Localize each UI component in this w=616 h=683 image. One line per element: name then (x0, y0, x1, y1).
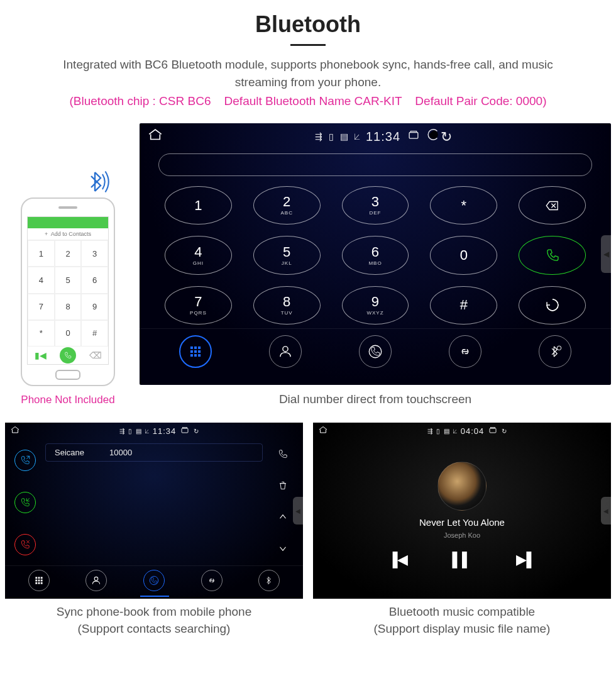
spec-line: (Bluetooth chip : CSR BC6 Default Blueto… (5, 94, 611, 108)
music-caption: Bluetooth music compatible(Support displ… (313, 604, 611, 637)
dial-key-4[interactable]: 4GHI (165, 236, 232, 274)
phone-mockup: + Add to Contacts 123 456 789 *0# ▮◀ ⌫ (21, 197, 115, 386)
phone-not-included-note: Phone Not Included (5, 394, 131, 406)
contact-name: Seicane (55, 448, 84, 457)
dial-key-9[interactable]: 9WXYZ (342, 286, 409, 325)
bt-status-icon: ⟀ (355, 131, 360, 142)
phone-keypad: 123 456 789 *0# (28, 240, 108, 347)
dial-contact-icon[interactable] (277, 448, 289, 462)
nav-keypad-icon[interactable] (28, 570, 50, 591)
page-title: Bluetooth (5, 11, 611, 38)
status-time: 11:34 (366, 130, 400, 144)
swap-key[interactable] (519, 286, 586, 325)
dialer-caption: Dial number direct from touchscreen (140, 392, 611, 406)
dial-icon (60, 347, 76, 364)
phone-statusbar (28, 217, 108, 228)
back-icon[interactable]: ↻ (502, 428, 507, 435)
nav-call-history-icon[interactable] (143, 570, 165, 591)
recent-apps-icon[interactable] (407, 129, 421, 145)
dialer-screenshot: ⇶ ▯ ▤ ⟀ 11:34 ↻ 12ABC3DEF*4GHI5JKL6MBO07… (140, 123, 611, 385)
dial-key-2[interactable]: 2ABC (253, 186, 321, 225)
sim-icon: ▯ (329, 131, 334, 142)
video-call-icon: ▮◀ (35, 350, 47, 360)
delete-contact-icon[interactable] (277, 480, 289, 494)
status-icons: ⇶▯▤⟀ 04:04 ↻ (427, 426, 507, 437)
side-drawer-handle[interactable]: ◀ (601, 235, 611, 273)
contacts-screenshot: ⇶▯▤⟀ 11:34 ↻ Seicane (5, 423, 303, 599)
side-drawer-handle[interactable]: ◀ (601, 497, 611, 525)
nav-contacts-icon[interactable] (269, 335, 302, 368)
recent-apps-icon[interactable] (488, 426, 498, 437)
dial-key-3[interactable]: 3DEF (342, 186, 409, 225)
nav-contacts-icon[interactable] (85, 570, 107, 591)
home-icon[interactable] (318, 425, 328, 437)
nav-bt-settings-icon[interactable] (258, 570, 280, 591)
prev-track-button[interactable]: ▐◀ (388, 552, 409, 568)
page-description: Integrated with BC6 Bluetooth module, su… (38, 56, 578, 91)
next-track-button[interactable]: ▶▌ (516, 552, 537, 568)
play-pause-button[interactable]: ▌▌ (452, 552, 471, 568)
dial-key-1[interactable]: 1 (165, 186, 232, 225)
dial-number-display (158, 153, 592, 176)
nav-pair-icon[interactable] (201, 570, 223, 591)
nav-bt-settings-icon[interactable] (539, 335, 571, 368)
music-screenshot: ⇶▯▤⟀ 04:04 ↻ Never Let You Alone Joseph … (313, 423, 611, 599)
home-icon[interactable] (147, 127, 163, 146)
dial-key-6[interactable]: 6MBO (342, 236, 409, 274)
track-title: Never Let You Alone (419, 517, 505, 528)
contact-number: 10000 (109, 448, 132, 457)
sd-icon: ▤ (340, 131, 348, 142)
nav-call-history-icon[interactable] (359, 335, 392, 368)
wifi-icon: ⇶ (315, 131, 322, 142)
dial-key-0[interactable]: 0 (430, 236, 497, 274)
nav-keypad-icon[interactable] (179, 335, 212, 368)
scroll-up-icon[interactable] (277, 511, 289, 525)
incoming-calls-icon[interactable] (14, 492, 36, 513)
nav-pair-icon[interactable] (449, 335, 481, 368)
home-icon[interactable] (10, 425, 20, 437)
missed-calls-icon[interactable] (14, 534, 36, 555)
dial-key-#[interactable]: # (430, 286, 497, 325)
backspace-key[interactable] (519, 186, 586, 225)
title-underline (290, 44, 326, 46)
contact-row[interactable]: Seicane 10000 (45, 443, 263, 462)
album-art (437, 462, 487, 511)
call-button[interactable] (519, 236, 586, 274)
back-icon[interactable]: ↻ (194, 428, 199, 435)
dial-key-5[interactable]: 5JKL (253, 236, 321, 274)
recent-apps-icon[interactable] (180, 426, 190, 437)
scroll-down-icon[interactable] (277, 543, 289, 557)
backspace-icon: ⌫ (89, 350, 102, 360)
phone-add-contact: + Add to Contacts (28, 228, 108, 240)
track-artist: Joseph Koo (444, 531, 480, 539)
dial-key-*[interactable]: * (430, 186, 497, 225)
status-icons: ⇶▯▤⟀ 11:34 ↻ (119, 426, 199, 437)
status-icons: ⇶ ▯ ▤ ⟀ 11:34 ↻ (315, 128, 452, 145)
dial-key-7[interactable]: 7PQRS (165, 286, 232, 325)
side-drawer-handle[interactable]: ◀ (293, 497, 303, 525)
dial-key-8[interactable]: 8TUV (253, 286, 321, 325)
outgoing-calls-icon[interactable] (14, 450, 36, 471)
back-icon[interactable]: ↻ (427, 128, 452, 145)
contacts-caption: Sync phone-book from mobile phone(Suppor… (5, 604, 303, 637)
